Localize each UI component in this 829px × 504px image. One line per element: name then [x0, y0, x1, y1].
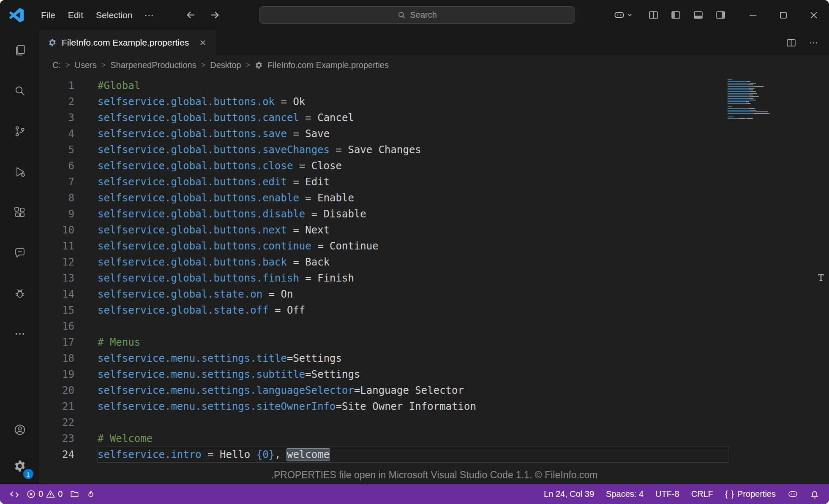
- activity-source-control-button[interactable]: [0, 111, 40, 152]
- back-button[interactable]: [185, 9, 196, 21]
- breadcrumb-item[interactable]: FileInfo.com Example.properties: [267, 60, 389, 70]
- language-mode-button[interactable]: { } Properties: [721, 484, 780, 504]
- toggle-primary-sidebar-button[interactable]: [671, 10, 681, 20]
- code-line[interactable]: 10selfservice.global.buttons.next = Next: [40, 222, 829, 238]
- extensions-icon: [14, 206, 26, 219]
- token-key: {0}: [256, 449, 275, 461]
- menu-more-button[interactable]: ⋯: [139, 7, 159, 24]
- code-line[interactable]: 8selfservice.global.buttons.enable = Ena…: [40, 190, 829, 206]
- code-line[interactable]: 2selfservice.global.buttons.ok = Ok: [40, 94, 829, 110]
- code-line[interactable]: 11selfservice.global.buttons.continue = …: [40, 238, 829, 254]
- chevron-down-icon: [627, 12, 633, 18]
- search-box[interactable]: Search: [259, 6, 575, 24]
- copilot-status-button[interactable]: [784, 484, 802, 504]
- code-line[interactable]: 15selfservice.global.state.off = Off: [40, 302, 829, 318]
- encoding-button[interactable]: UTF-8: [652, 484, 683, 504]
- activity-explorer-button[interactable]: [0, 30, 40, 70]
- token-plain: = Cancel: [299, 112, 354, 124]
- ellipsis-icon: [14, 328, 26, 340]
- code-line[interactable]: 24selfservice.intro = Hello {0}, welcome: [40, 447, 829, 463]
- forward-button[interactable]: [209, 9, 221, 21]
- code-line[interactable]: 20selfservice.menu.settings.languageSele…: [40, 382, 829, 398]
- token-selection: welcome: [287, 449, 330, 461]
- menu-edit[interactable]: Edit: [62, 7, 90, 23]
- code-line[interactable]: 9selfservice.global.buttons.disable = Di…: [40, 206, 829, 222]
- minimap-line: [728, 98, 788, 99]
- minimap-line: [728, 89, 788, 90]
- line-number: 20: [40, 382, 74, 398]
- code-line[interactable]: 22: [40, 415, 829, 431]
- activity-bug-extension-button[interactable]: [0, 273, 40, 314]
- code-line[interactable]: 6selfservice.global.buttons.close = Clos…: [40, 158, 829, 174]
- token-comment: # Menus: [98, 336, 140, 348]
- tab-close-button[interactable]: [199, 39, 207, 46]
- line-number: 15: [40, 302, 74, 318]
- flame-status-button[interactable]: [83, 484, 99, 504]
- code-line[interactable]: 21selfservice.menu.settings.siteOwnerInf…: [40, 398, 829, 415]
- line-number: 13: [40, 270, 74, 286]
- activity-extensions-button[interactable]: [0, 192, 40, 233]
- remote-indicator-button[interactable]: [6, 484, 23, 504]
- line-number: 21: [40, 398, 74, 415]
- toggle-secondary-sidebar-button[interactable]: [715, 10, 726, 20]
- minimize-button[interactable]: [738, 0, 768, 30]
- code-line[interactable]: 13selfservice.global.buttons.finish = Fi…: [40, 270, 829, 286]
- activity-chat-button[interactable]: [0, 233, 40, 273]
- breadcrumb[interactable]: C:>Users>SharpenedProductions>Desktop>Fi…: [40, 55, 829, 75]
- indentation-button[interactable]: Spaces: 4: [602, 484, 647, 504]
- line-number: 3: [40, 110, 74, 126]
- settings-button[interactable]: 1: [0, 448, 40, 484]
- minimap-line: [728, 106, 788, 107]
- code-line[interactable]: 3selfservice.global.buttons.cancel = Can…: [40, 110, 829, 126]
- menu-selection[interactable]: Selection: [90, 7, 139, 23]
- code-line[interactable]: 12selfservice.global.buttons.back = Back: [40, 254, 829, 270]
- eol-button[interactable]: CRLF: [687, 484, 717, 504]
- code-line[interactable]: 7selfservice.global.buttons.edit = Edit: [40, 174, 829, 190]
- activity-run-debug-button[interactable]: [0, 152, 40, 192]
- line-number: 19: [40, 366, 74, 382]
- code-line[interactable]: 23# Welcome: [40, 431, 829, 447]
- search-icon: [398, 11, 406, 19]
- history-navigation: [185, 9, 221, 21]
- code-line[interactable]: 1#Global: [40, 78, 829, 94]
- breadcrumb-item[interactable]: SharpenedProductions: [110, 60, 196, 70]
- breadcrumb-item[interactable]: C:: [52, 60, 61, 70]
- code-line[interactable]: 19selfservice.menu.settings.subtitle=Set…: [40, 366, 829, 382]
- copilot-dropdown-button[interactable]: [614, 9, 633, 21]
- code-line[interactable]: 17# Menus: [40, 334, 829, 350]
- accounts-button[interactable]: [0, 412, 40, 448]
- code-line[interactable]: 5selfservice.global.buttons.saveChanges …: [40, 142, 829, 158]
- token-plain: = Next: [287, 224, 330, 236]
- activity-more-views-button[interactable]: [0, 314, 40, 354]
- editor: 1#Global2selfservice.global.buttons.ok =…: [40, 75, 829, 484]
- toggle-editor-layout-button[interactable]: [648, 10, 659, 20]
- activity-search-button[interactable]: [0, 70, 40, 111]
- code-line[interactable]: 16: [40, 318, 829, 334]
- line-number: 16: [40, 318, 74, 334]
- code-line[interactable]: 18selfservice.menu.settings.title=Settin…: [40, 350, 829, 366]
- code-line[interactable]: 4selfservice.global.buttons.save = Save: [40, 126, 829, 142]
- run-debug-icon: [14, 165, 26, 178]
- line-content: selfservice.global.buttons.edit = Edit: [98, 174, 330, 190]
- toggle-panel-button[interactable]: [693, 10, 704, 20]
- problems-button[interactable]: 0 0: [23, 484, 66, 504]
- line-number: 10: [40, 222, 74, 238]
- line-number: 18: [40, 350, 74, 366]
- token-plain: =Language Selector: [354, 385, 464, 396]
- tab-fileinfo-properties[interactable]: FileInfo.com Example.properties: [40, 30, 215, 55]
- cursor-position-button[interactable]: Ln 24, Col 39: [540, 484, 598, 504]
- maximize-button[interactable]: [768, 0, 799, 30]
- notifications-button[interactable]: [806, 484, 823, 504]
- token-plain: = Enable: [299, 192, 354, 204]
- breadcrumb-item[interactable]: Desktop: [210, 60, 241, 70]
- close-window-button[interactable]: [799, 0, 829, 30]
- editor-more-actions-button[interactable]: [808, 38, 819, 48]
- minimap[interactable]: [728, 79, 788, 120]
- code-line[interactable]: 14selfservice.global.state.on = On: [40, 286, 829, 302]
- flame-icon: [87, 490, 95, 499]
- line-content: selfservice.menu.settings.languageSelect…: [98, 382, 464, 398]
- split-editor-button[interactable]: [786, 38, 796, 48]
- folder-status-button[interactable]: [66, 484, 83, 504]
- breadcrumb-item[interactable]: Users: [75, 60, 97, 70]
- menu-file[interactable]: File: [35, 7, 62, 23]
